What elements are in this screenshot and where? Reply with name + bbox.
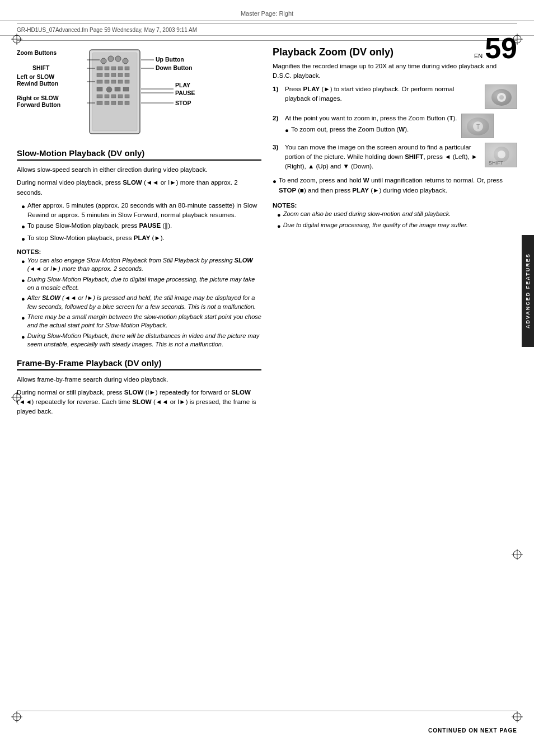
slow-motion-notes: ● You can also engage Slow-Motion Playba… (21, 256, 261, 349)
svg-rect-73 (485, 85, 517, 109)
reg-mark-bl (11, 711, 22, 722)
svg-rect-47 (125, 95, 129, 98)
svg-point-82 (494, 147, 509, 162)
svg-text:T: T (476, 124, 480, 130)
page-number-area: EN 59 (474, 34, 517, 63)
file-info-text: GR-HD1US_07Advanced.fm Page 59 Wednesday… (17, 27, 197, 33)
svg-rect-25 (105, 67, 109, 70)
svg-rect-49 (105, 101, 109, 105)
note-item: ● You can also engage Slow-Motion Playba… (21, 256, 261, 274)
bullet-item: ● After approx. 5 minutes (approx. 20 se… (21, 201, 261, 220)
master-page-header: Master Page: Right (0, 0, 534, 21)
note-item: ● Due to digital image processing, the q… (277, 221, 517, 231)
playback-zoom-intro: Magnifies the recorded image up to 20X a… (273, 62, 517, 81)
playback-zoom-notes-title: NOTES: (273, 202, 517, 209)
slow-motion-intro: Allows slow-speed search in either direc… (17, 165, 261, 175)
svg-rect-41 (115, 87, 120, 91)
svg-text:PLAY: PLAY (175, 82, 190, 88)
en-label: EN (474, 53, 483, 59)
end-note: ● To end zoom, press and hold W until ma… (273, 176, 517, 195)
svg-rect-30 (105, 73, 109, 77)
svg-rect-34 (97, 80, 102, 83)
svg-rect-81 (485, 143, 517, 167)
bullet-dot: ● (21, 234, 25, 244)
svg-point-40 (106, 87, 112, 92)
continued-footer: CONTINUED ON NEXT PAGE (428, 727, 517, 734)
slow-motion-paragraph: During normal video playback, press SLOW… (17, 178, 261, 198)
svg-rect-35 (105, 80, 109, 83)
reg-mark-br (512, 711, 523, 722)
reg-mark-tl (11, 34, 22, 45)
svg-rect-46 (118, 95, 123, 98)
bottom-rule (17, 711, 517, 711)
svg-rect-51 (118, 101, 123, 105)
frame-by-frame-title: Frame-By-Frame Playback (DV only) (17, 358, 261, 370)
right-column: Playback Zoom (DV only) Magnifies the re… (273, 41, 517, 420)
bullet-item: ● To pause Slow-Motion playback, press P… (21, 221, 261, 232)
note-item: ● During Slow-Motion Playback, due to di… (21, 275, 261, 293)
step3-image: SHIFT (485, 143, 517, 167)
svg-rect-44 (105, 95, 109, 98)
bullet-dot: ● (21, 202, 25, 220)
frame-by-frame-intro: Allows frame-by-frame search during vide… (17, 375, 261, 384)
note-item: ● During Slow-Motion Playback, there wil… (21, 332, 261, 349)
step-1: 1) Press PLAY (►) to start video playbac… (273, 84, 517, 109)
svg-rect-31 (111, 73, 116, 77)
slow-motion-notes-title: NOTES: (17, 248, 261, 255)
bullet-item: ● To stop Slow-Motion playback, press PL… (21, 233, 261, 244)
svg-rect-29 (97, 73, 102, 77)
svg-rect-38 (125, 80, 129, 83)
svg-text:Left or SLOW: Left or SLOW (17, 73, 54, 80)
svg-rect-42 (123, 87, 129, 91)
note-item: ● There may be a small margin between th… (21, 313, 261, 330)
svg-text:PAUSE: PAUSE (175, 90, 195, 96)
svg-text:Right or SLOW: Right or SLOW (17, 95, 59, 101)
svg-point-76 (499, 95, 504, 100)
svg-rect-39 (97, 87, 102, 91)
step2-image: T (461, 114, 494, 138)
svg-rect-33 (125, 73, 129, 77)
reg-mark-mr (512, 549, 523, 560)
svg-point-78 (467, 118, 489, 135)
svg-rect-24 (97, 67, 102, 70)
left-column: Zoom Buttons SHIFT Left or SLOW Rewind B… (17, 41, 261, 420)
svg-text:Forward Button: Forward Button (17, 101, 60, 108)
svg-point-23 (123, 58, 128, 64)
svg-point-74 (491, 89, 512, 106)
svg-text:Rewind Button: Rewind Button (17, 80, 58, 87)
svg-rect-50 (111, 101, 116, 105)
file-info-bar: GR-HD1US_07Advanced.fm Page 59 Wednesday… (0, 25, 534, 36)
svg-rect-36 (111, 80, 116, 83)
svg-text:Down Button: Down Button (156, 64, 192, 71)
svg-point-20 (101, 58, 106, 64)
svg-rect-37 (118, 80, 123, 83)
bullet-dot: ● (21, 222, 25, 232)
svg-point-75 (497, 93, 506, 102)
svg-point-22 (115, 56, 121, 62)
svg-text:STOP: STOP (175, 100, 191, 106)
svg-text:Zoom Buttons: Zoom Buttons (17, 49, 57, 56)
master-page-text: Master Page: Right (241, 10, 293, 17)
svg-rect-43 (97, 95, 102, 98)
step-3: 3) You can move the image on the screen … (273, 143, 517, 172)
svg-rect-19 (92, 53, 137, 131)
svg-rect-48 (97, 101, 102, 105)
svg-rect-26 (111, 67, 116, 70)
svg-text:SHIFT: SHIFT (32, 64, 50, 71)
svg-rect-52 (125, 101, 129, 105)
side-label: ADVANCED FEATURES (522, 235, 534, 347)
slow-motion-bullets: ● After approx. 5 minutes (approx. 20 se… (21, 201, 261, 244)
page-wrapper: Master Page: Right GR-HD1US_07Advanced.f… (0, 0, 534, 756)
step-2: 2) At the point you want to zoom in, pre… (273, 114, 517, 138)
main-content: Zoom Buttons SHIFT Left or SLOW Rewind B… (0, 41, 534, 420)
svg-text:Up Button: Up Button (156, 56, 184, 63)
slow-motion-title: Slow-Motion Playback (DV only) (17, 148, 261, 161)
svg-point-79 (473, 121, 483, 132)
svg-point-83 (498, 151, 505, 158)
svg-point-21 (108, 56, 114, 62)
diagram-svg: Zoom Buttons SHIFT Left or SLOW Rewind B… (17, 45, 257, 138)
svg-rect-27 (118, 67, 123, 70)
svg-text:SHIFT: SHIFT (489, 160, 504, 166)
playback-zoom-notes: ● Zoom can also be used during slow-moti… (277, 210, 517, 231)
svg-rect-45 (111, 95, 116, 98)
